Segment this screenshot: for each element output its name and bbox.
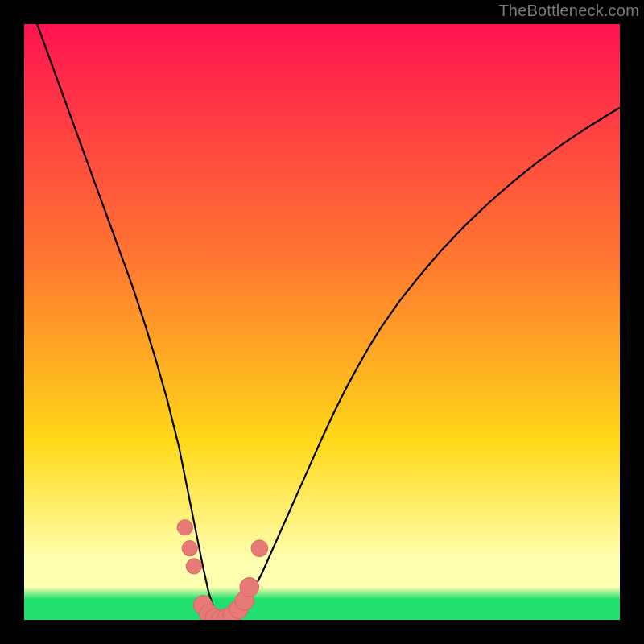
chart-frame: TheBottleneck.com: [0, 0, 644, 644]
data-marker: [186, 559, 201, 574]
data-marker: [182, 541, 197, 556]
data-marker: [177, 520, 192, 535]
data-marker: [251, 540, 268, 557]
watermark-text: TheBottleneck.com: [498, 2, 639, 20]
gradient-background: [24, 24, 620, 620]
data-marker: [240, 577, 259, 597]
chart-svg: [24, 24, 620, 620]
chart-plot-area: [24, 24, 620, 620]
